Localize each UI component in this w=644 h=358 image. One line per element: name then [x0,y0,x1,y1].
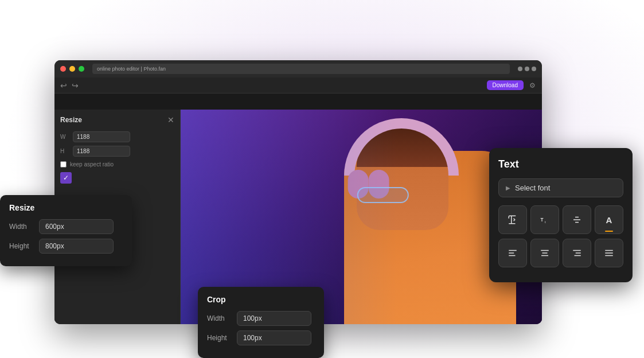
width-row: W [60,131,174,142]
float-height-label: Height [9,242,33,250]
text-size-button[interactable]: T t [530,205,559,234]
resize-panel-float: Resize Width Height [0,195,132,266]
aspect-ratio-checkbox[interactable] [60,161,67,168]
browser-url-text: online photo editor | Photo.fan [97,66,166,72]
text-panel-float: Text ▶ Select font T t A [489,148,633,282]
redo-button[interactable]: ↪ [72,81,79,90]
height-label: H [60,148,69,154]
browser-url-bar[interactable]: online photo editor | Photo.fan [92,64,510,74]
crop-float-title: Crop [207,295,315,304]
download-button[interactable]: Download [487,80,524,90]
align-right-button[interactable] [563,239,591,267]
select-font-button[interactable]: ▶ Select font [498,178,623,197]
browser-dot-green[interactable] [79,66,84,72]
svg-text:t: t [545,220,546,224]
select-font-arrow-icon: ▶ [506,185,510,191]
align-center-button[interactable] [530,239,559,267]
crop-width-input[interactable] [237,311,311,326]
crop-width-row: Width [207,311,315,326]
browser-topbar: online photo editor | Photo.fan [54,60,542,77]
float-width-input[interactable] [39,219,114,234]
text-panel-title: Text [498,158,623,170]
text-direction-button[interactable] [498,205,527,234]
float-height-input[interactable] [39,239,114,254]
browser-window: online photo editor | Photo.fan ↩ ↪ Down… [54,60,542,324]
panel-header: Resize ✕ [60,115,174,124]
aspect-ratio-row: keep aspect ratio [60,161,174,168]
browser-dot-yellow[interactable] [69,66,75,72]
text-format-grid: T t A [498,205,623,234]
align-justify-button[interactable] [595,239,623,267]
resize-float-title: Resize [9,203,123,212]
svg-text:T: T [541,217,544,223]
text-color-button[interactable]: A [595,205,623,234]
crop-height-label: Height [207,334,231,342]
aspect-ratio-label: keep aspect ratio [70,161,114,168]
undo-button[interactable]: ↩ [60,81,67,90]
float-height-row: Height [9,239,123,254]
width-label: W [60,134,69,140]
text-color-icon: A [606,215,612,225]
float-width-label: Width [9,223,33,231]
align-left-button[interactable] [498,239,527,267]
float-width-row: Width [9,219,123,234]
crop-height-input[interactable] [237,330,311,345]
text-strikethrough-button[interactable] [563,205,591,234]
text-align-grid [498,239,623,267]
height-row: H [60,146,174,157]
panel-close-button[interactable]: ✕ [167,115,174,124]
confirm-checkmark[interactable]: ✓ [60,172,72,184]
crop-width-label: Width [207,314,231,322]
settings-icon[interactable]: ⚙ [528,81,536,90]
crop-panel-float: Crop Width Height [198,287,324,358]
select-font-label: Select font [515,184,550,192]
browser-dot-red[interactable] [60,66,66,72]
editor-toolbar: ↩ ↪ Download ⚙ [54,77,542,94]
crop-height-row: Height [207,330,315,345]
width-input[interactable] [73,131,130,142]
height-input[interactable] [73,146,130,157]
panel-title: Resize [60,116,82,124]
